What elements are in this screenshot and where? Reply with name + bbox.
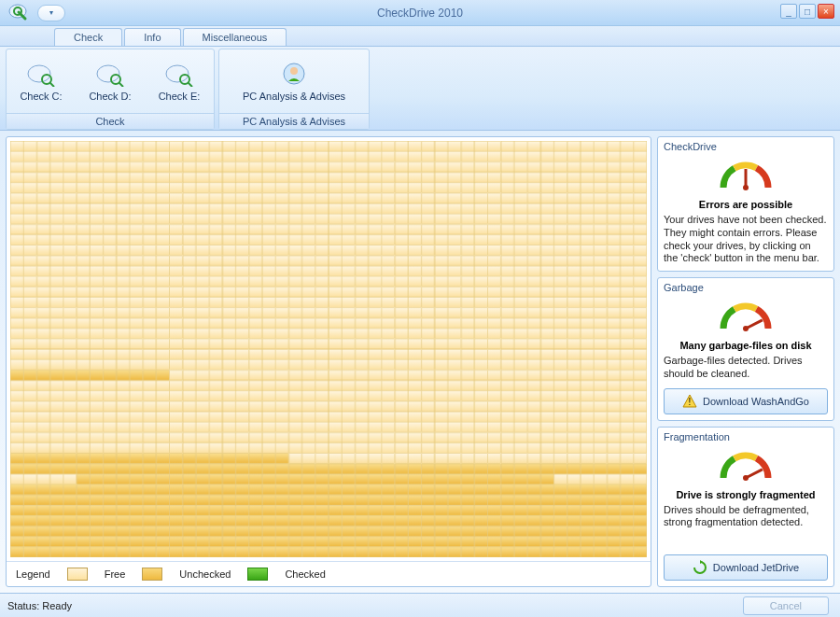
panel-fragmentation-title: Fragmentation bbox=[664, 431, 828, 442]
tab-info[interactable]: Info bbox=[124, 28, 180, 46]
drive-map-panel: Legend Free Unchecked Checked bbox=[6, 136, 651, 587]
close-button[interactable]: × bbox=[818, 4, 834, 19]
legend-checked-label: Checked bbox=[285, 568, 325, 580]
panel-fragmentation-heading: Drive is strongly fragmented bbox=[664, 489, 828, 500]
svg-point-4 bbox=[97, 65, 119, 82]
download-jetdrive-button[interactable]: Download JetDrive bbox=[664, 554, 828, 581]
check-d-button[interactable]: Check D: bbox=[76, 49, 145, 113]
tab-check[interactable]: Check bbox=[54, 28, 122, 46]
check-e-label: Check E: bbox=[159, 91, 201, 102]
drive-check-icon bbox=[95, 61, 125, 87]
svg-point-9 bbox=[290, 67, 298, 75]
svg-text:!: ! bbox=[689, 397, 692, 407]
ribbon-group-analysis-label: PC Analysis & Advises bbox=[219, 113, 369, 129]
svg-point-13 bbox=[743, 326, 749, 331]
status-bar: Status: Ready Cancel bbox=[0, 593, 840, 617]
status-text: Status: Ready bbox=[7, 600, 735, 611]
legend: Legend Free Unchecked Checked bbox=[7, 561, 651, 586]
ribbon-group-analysis: PC Analysis & Advises PC Analysis & Advi… bbox=[218, 49, 370, 130]
drive-block-map bbox=[10, 141, 647, 557]
legend-swatch-free bbox=[67, 568, 88, 581]
legend-unchecked-label: Unchecked bbox=[179, 568, 231, 580]
ribbon: Check C: Check D: Check E: Check PC Anal… bbox=[0, 47, 840, 131]
svg-point-6 bbox=[166, 65, 189, 82]
download-jetdrive-label: Download JetDrive bbox=[713, 562, 799, 573]
panel-garbage-title: Garbage bbox=[664, 282, 828, 293]
app-window: ▾ CheckDrive 2010 _ □ × Check Info Misce… bbox=[0, 0, 840, 617]
titlebar: ▾ CheckDrive 2010 _ □ × bbox=[0, 0, 840, 26]
ribbon-group-check-label: Check bbox=[7, 113, 214, 129]
legend-free-label: Free bbox=[105, 568, 126, 580]
check-c-label: Check C: bbox=[20, 91, 62, 102]
quick-dropdown[interactable]: ▾ bbox=[37, 5, 65, 21]
check-e-button[interactable]: Check E: bbox=[145, 49, 214, 113]
svg-point-17 bbox=[743, 475, 749, 481]
panel-checkdrive-heading: Errors are possible bbox=[664, 199, 828, 210]
gauge-icon bbox=[718, 160, 774, 193]
app-icon bbox=[4, 2, 32, 24]
legend-title: Legend bbox=[16, 568, 50, 580]
legend-swatch-checked bbox=[247, 568, 268, 581]
refresh-icon bbox=[693, 560, 707, 575]
panel-checkdrive: CheckDrive Errors are possible Your driv… bbox=[657, 136, 834, 272]
drive-check-icon bbox=[164, 61, 194, 87]
minimize-button[interactable]: _ bbox=[780, 4, 797, 19]
warning-icon: ! bbox=[682, 394, 697, 409]
svg-line-16 bbox=[746, 469, 763, 477]
maximize-button[interactable]: □ bbox=[799, 4, 816, 19]
panel-checkdrive-body: Your drives have not been checked. They … bbox=[664, 214, 828, 265]
content-area: Legend Free Unchecked Checked CheckDrive… bbox=[0, 131, 840, 593]
advisory-panels: CheckDrive Errors are possible Your driv… bbox=[657, 136, 834, 587]
tab-miscellaneous[interactable]: Miscellaneous bbox=[183, 28, 287, 46]
drive-check-icon bbox=[26, 61, 56, 87]
svg-line-12 bbox=[746, 320, 763, 329]
panel-garbage-heading: Many garbage-files on disk bbox=[664, 340, 828, 351]
panel-fragmentation-body: Drives should be defragmented, strong fr… bbox=[664, 504, 828, 530]
window-title: CheckDrive 2010 bbox=[377, 7, 463, 20]
panel-garbage-body: Garbage-files detected. Drives should be… bbox=[664, 355, 828, 381]
gauge-icon bbox=[718, 301, 774, 334]
pc-analysis-label: PC Analysis & Advises bbox=[243, 91, 345, 102]
download-washandgo-label: Download WashAndGo bbox=[703, 396, 809, 407]
panel-checkdrive-title: CheckDrive bbox=[664, 141, 828, 152]
person-analysis-icon bbox=[279, 61, 309, 87]
pc-analysis-button[interactable]: PC Analysis & Advises bbox=[219, 49, 369, 113]
download-washandgo-button[interactable]: ! Download WashAndGo bbox=[664, 388, 828, 414]
svg-point-11 bbox=[743, 185, 749, 190]
ribbon-group-check: Check C: Check D: Check E: Check bbox=[6, 49, 215, 130]
cancel-button[interactable]: Cancel bbox=[743, 596, 829, 615]
gauge-icon bbox=[718, 450, 774, 484]
panel-fragmentation: Fragmentation Drive is strongly fragment… bbox=[657, 427, 834, 588]
panel-garbage: Garbage Many garbage-files on disk Garba… bbox=[657, 277, 834, 421]
svg-point-2 bbox=[28, 65, 50, 82]
main-tabs: Check Info Miscellaneous bbox=[0, 26, 840, 47]
check-d-label: Check D: bbox=[89, 91, 131, 102]
check-c-button[interactable]: Check C: bbox=[7, 49, 76, 113]
legend-swatch-unchecked bbox=[142, 568, 162, 581]
